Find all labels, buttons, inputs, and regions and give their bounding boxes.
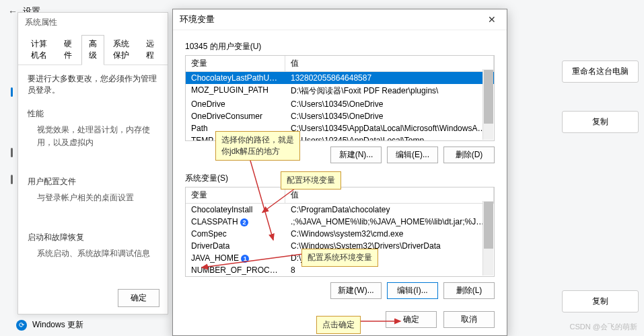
admin-note: 要进行大多数更改，您必须作为管理员登录。 — [28, 73, 158, 96]
profile-desc: 与登录帐户相关的桌面设置 — [28, 192, 158, 204]
table-row[interactable]: ChocolateyInstallC:\ProgramData\chocolat… — [186, 204, 494, 216]
scrollbar[interactable] — [482, 201, 493, 276]
copy-button[interactable]: 复制 — [562, 111, 639, 133]
update-icon: ⟳ — [16, 320, 27, 331]
sysprops-ok-button[interactable]: 确定 — [118, 289, 159, 307]
accent-indicator — [11, 87, 13, 97]
sys-edit-button[interactable]: 编辑(I)... — [387, 282, 438, 299]
col-value[interactable]: 值 — [285, 56, 494, 71]
scrollbar[interactable] — [482, 69, 493, 140]
table-row[interactable]: OneDriveC:\Users\10345\OneDrive — [186, 98, 494, 110]
windows-update-link[interactable]: ⟳ Windows 更新 — [16, 319, 83, 331]
user-vars-table[interactable]: 变量 值 ChocolateyLastPathUpdate13280205586… — [185, 55, 495, 141]
annotation-badge: 2 — [240, 218, 248, 226]
tab-computer-name[interactable]: 计算机名 — [24, 35, 55, 65]
tab-protection[interactable]: 系统保护 — [106, 35, 137, 65]
close-icon[interactable]: ✕ — [484, 14, 500, 25]
table-row[interactable]: OneDriveConsumerC:\Users\10345\OneDrive — [186, 110, 494, 122]
env-cancel-button[interactable]: 取消 — [443, 311, 495, 328]
rename-pc-button[interactable]: 重命名这台电脑 — [562, 60, 639, 83]
tab-advanced[interactable]: 高级 — [81, 35, 105, 65]
env-title: 环境变量 — [180, 13, 215, 26]
user-new-button[interactable]: 新建(N)... — [330, 146, 382, 163]
windows-update-label: Windows 更新 — [32, 319, 83, 331]
sys-delete-button[interactable]: 删除(L) — [443, 282, 495, 299]
watermark: CSDN @会飞的萌新 — [570, 322, 637, 332]
sysprops-title: 系统属性 — [18, 13, 168, 32]
right-actions: 重命名这台电脑 复制 复制 — [562, 60, 644, 312]
callout-click-ok: 点击确定 — [316, 316, 361, 334]
profile-title: 用户配置文件 — [28, 176, 158, 187]
tab-remote[interactable]: 远程 — [139, 35, 162, 65]
startup-desc: 系统启动、系统故障和调试信息 — [28, 247, 158, 260]
user-vars-label: 10345 的用户变量(U) — [185, 41, 495, 52]
env-ok-button[interactable]: 确定 — [386, 311, 437, 328]
col-variable[interactable]: 变量 — [186, 187, 285, 203]
col-variable[interactable]: 变量 — [186, 56, 285, 71]
col-value[interactable]: 值 — [285, 187, 494, 203]
callout-config-sys-env: 配置系统环境变量 — [301, 249, 378, 267]
table-row[interactable]: CLASSPATH 2.;%JAVA_HOME%\lib;%JAVA_HOME%… — [186, 216, 494, 228]
tab-hardware[interactable]: 硬件 — [57, 35, 80, 65]
copy-button[interactable]: 复制 — [562, 290, 639, 312]
side-indicator — [11, 148, 13, 157]
perf-title: 性能 — [28, 108, 158, 120]
system-properties-window: 系统属性 计算机名 硬件 高级 系统保护 远程 要进行大多数更改，您必须作为管理… — [17, 12, 168, 314]
table-row[interactable]: ChocolateyLastPathUpdate1328020558646485… — [186, 72, 494, 84]
annotation-badge: 1 — [241, 255, 249, 263]
sys-new-button[interactable]: 新建(W)... — [330, 282, 382, 299]
startup-title: 启动和故障恢复 — [28, 232, 158, 243]
table-row[interactable]: MOZ_PLUGIN_PATHD:\福兮阅读器\Foxit PDF Reader… — [186, 84, 494, 98]
sysprops-tabs: 计算机名 硬件 高级 系统保护 远程 — [18, 32, 168, 65]
back-arrow-icon[interactable]: ← — [8, 6, 17, 17]
table-row[interactable]: OSWindows_NT — [186, 276, 494, 277]
user-delete-button[interactable]: 删除(D) — [443, 146, 495, 163]
perf-desc: 视觉效果，处理器计划，内存使用，以及虚拟内 — [28, 124, 158, 149]
table-row[interactable]: ComSpecC:\Windows\system32\cmd.exe — [186, 228, 494, 240]
callout-config-env: 配置环境变量 — [281, 171, 341, 190]
callout-jdk-path: 选择你的路径，就是 你jdk解压的地方 — [215, 131, 300, 161]
user-edit-button[interactable]: 编辑(E)... — [387, 146, 438, 163]
side-indicator — [11, 175, 13, 184]
